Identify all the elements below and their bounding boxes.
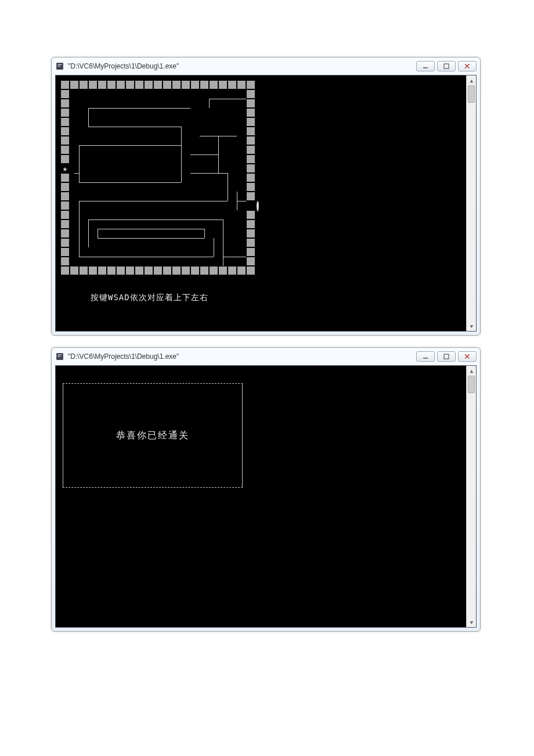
scrollbar-track[interactable] <box>467 85 476 321</box>
congrats-text: 恭喜你已经通关 <box>116 430 189 442</box>
scrollbar-track[interactable] <box>467 376 476 617</box>
maze-wall-block <box>172 266 181 275</box>
scroll-up-arrow-icon[interactable]: ▲ <box>467 366 477 376</box>
maze-wall-block <box>60 154 70 164</box>
maze-wall-block <box>144 266 153 275</box>
maze-inner-wall <box>181 145 182 182</box>
player-star-icon: ★ <box>63 164 67 172</box>
maze-inner-wall <box>79 145 181 146</box>
maze-inner-wall <box>228 173 228 201</box>
maze-wall-block <box>246 257 255 266</box>
maze-wall-block <box>116 266 125 275</box>
maze-wall-block <box>107 266 116 275</box>
close-button[interactable]: ✕ <box>458 61 477 71</box>
maze-wall-block <box>88 266 98 275</box>
scrollbar-thumb[interactable] <box>468 85 475 103</box>
vertical-scrollbar[interactable]: ▲ ▼ <box>466 366 476 627</box>
maze-wall-block <box>60 219 70 229</box>
maze-wall-block <box>60 117 70 127</box>
maze-inner-wall <box>98 229 204 229</box>
maze-inner-wall <box>74 173 79 174</box>
app-icon <box>55 62 64 71</box>
minimize-button[interactable] <box>416 351 435 362</box>
svg-rect-1 <box>58 64 62 65</box>
maze-wall-block <box>246 117 255 127</box>
close-button[interactable]: ✕ <box>458 351 477 362</box>
maze-wall-block <box>237 266 246 275</box>
svg-rect-3 <box>423 67 428 69</box>
maze-wall-block <box>144 80 153 89</box>
maze-wall-block <box>88 80 98 89</box>
maze-wall-block <box>246 108 255 117</box>
maze-wall-block <box>125 80 135 89</box>
maze-wall-block <box>163 266 172 275</box>
maze-wall-block <box>246 80 255 89</box>
maze-inner-wall <box>190 154 218 155</box>
maze-wall-block <box>60 192 70 201</box>
maximize-button[interactable] <box>437 351 456 362</box>
console-output-area: ▲ ▼ 恭喜你已经通关 <box>55 365 477 628</box>
maze-wall-block <box>246 154 255 164</box>
maze-inner-wall <box>88 108 190 109</box>
maze-wall-block <box>60 266 70 275</box>
scroll-up-arrow-icon[interactable]: ▲ <box>467 75 477 85</box>
maze-wall-block <box>60 127 70 136</box>
maze-wall-block <box>246 164 255 173</box>
maze-wall-block <box>116 80 125 89</box>
maze-wall-block <box>246 127 255 136</box>
maze-wall-block <box>209 80 218 89</box>
svg-rect-2 <box>58 66 60 66</box>
scroll-down-arrow-icon[interactable]: ▼ <box>467 617 477 627</box>
maze-wall-block <box>172 80 181 89</box>
titlebar[interactable]: "D:\VC6\MyProjects\1\Debug\1.exe" ✕ <box>52 57 480 75</box>
maze-wall-block <box>60 210 70 219</box>
maze-grid: ★ <box>60 80 255 275</box>
maze-wall-block <box>200 266 209 275</box>
maze-wall-block <box>246 182 255 192</box>
maze-wall-block <box>209 266 218 275</box>
svg-rect-7 <box>58 356 60 357</box>
maze-wall-block <box>125 266 135 275</box>
window-title: "D:\VC6\MyProjects\1\Debug\1.exe" <box>68 62 416 70</box>
maze-inner-wall <box>209 99 210 108</box>
maze-inner-wall <box>79 145 80 182</box>
scroll-down-arrow-icon[interactable]: ▼ <box>467 321 477 331</box>
maze-wall-block <box>228 266 237 275</box>
maze-inner-wall <box>204 229 205 238</box>
maze-inner-wall <box>181 127 182 145</box>
maze-wall-block <box>246 192 255 201</box>
maze-wall-block <box>60 229 70 238</box>
maze-wall-block <box>153 266 163 275</box>
maze-wall-block <box>237 80 246 89</box>
maze-wall-block <box>60 145 70 154</box>
maze-wall-block <box>246 89 255 99</box>
maze-wall-block <box>181 80 190 89</box>
svg-rect-4 <box>444 64 449 69</box>
maze-wall-block <box>60 247 70 257</box>
vertical-scrollbar[interactable]: ▲ ▼ <box>466 75 476 331</box>
maze-wall-block <box>246 238 255 247</box>
maze-wall-block <box>190 266 200 275</box>
maze-inner-wall <box>79 201 228 201</box>
console-window-2: "D:\VC6\MyProjects\1\Debug\1.exe" ✕ ▲ ▼ … <box>51 347 481 632</box>
maze-wall-block <box>60 108 70 117</box>
maze-wall-block <box>246 145 255 154</box>
maze-wall-block <box>60 99 70 108</box>
console-output-area: ▲ ▼ ★ <box>55 75 477 332</box>
maze-wall-block <box>246 99 255 108</box>
scrollbar-thumb[interactable] <box>468 376 475 393</box>
maze-inner-wall <box>209 99 246 99</box>
maze-wall-block <box>79 80 88 89</box>
maze-wall-block <box>60 201 70 210</box>
app-icon <box>55 352 64 361</box>
maze-wall-block <box>246 219 255 229</box>
maze-wall-block <box>98 80 107 89</box>
titlebar[interactable]: "D:\VC6\MyProjects\1\Debug\1.exe" ✕ <box>52 348 480 365</box>
maze-wall-block <box>107 80 116 89</box>
maximize-button[interactable] <box>437 61 456 71</box>
maze-inner-wall <box>88 108 89 127</box>
minimize-button[interactable] <box>416 61 435 71</box>
maze-wall-block <box>70 80 79 89</box>
maze-wall-block <box>163 80 172 89</box>
maze-inner-wall <box>79 201 80 257</box>
